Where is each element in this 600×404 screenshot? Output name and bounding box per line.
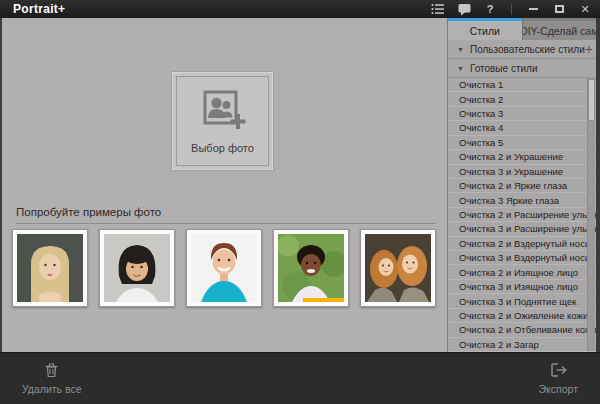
sidebar-tabs: Стили DIY-Сделай сам bbox=[448, 18, 596, 40]
style-list-item[interactable]: Очистка 2 и Оживление кожи bbox=[448, 309, 596, 323]
sample-photo-4[interactable] bbox=[273, 229, 349, 307]
sample-photo-5-image bbox=[365, 234, 431, 302]
titlebar-separator bbox=[511, 4, 512, 15]
titlebar-icons: ? ✕ bbox=[431, 2, 592, 16]
titlebar: Portrait+ ? ✕ bbox=[0, 0, 600, 18]
footer: Удалить все Экспорт bbox=[0, 352, 600, 404]
feedback-icon[interactable] bbox=[457, 2, 471, 16]
styles-list: Очистка 1Очистка 2Очистка 3Очистка 4Очис… bbox=[448, 78, 596, 352]
style-list-item[interactable]: Очистка 2 и Изящное лицо bbox=[448, 265, 596, 279]
collapse-arrow-icon: ▼ bbox=[457, 46, 464, 53]
style-list-item[interactable]: Очистка 4 bbox=[448, 121, 596, 135]
samples-title: Попробуйте примеры фото bbox=[16, 206, 161, 218]
export-icon bbox=[549, 362, 568, 380]
samples-divider bbox=[16, 223, 436, 224]
style-list-item[interactable]: Очистка 3 и Расширение улыбки bbox=[448, 222, 596, 236]
style-list-item[interactable]: Очистка 3 и Поднятие щек bbox=[448, 294, 596, 308]
trash-icon bbox=[44, 362, 59, 380]
sample-photo-1-image bbox=[17, 234, 83, 302]
style-list-item[interactable]: Очистка 3 bbox=[448, 107, 596, 121]
window-title: Portrait+ bbox=[13, 2, 65, 16]
style-list-item[interactable]: Очистка 3 и Изящное лицо bbox=[448, 280, 596, 294]
section-ready-styles[interactable]: ▼ Готовые стили bbox=[448, 59, 596, 78]
maximize-button[interactable] bbox=[552, 2, 566, 16]
tab-styles[interactable]: Стили bbox=[448, 18, 522, 40]
sample-photo-row bbox=[12, 229, 436, 307]
export-button[interactable]: Экспорт bbox=[539, 362, 578, 395]
scrollbar-thumb[interactable] bbox=[588, 79, 595, 121]
style-list-item[interactable]: Очистка 2 и Расширение улыбки bbox=[448, 208, 596, 222]
tab-diy[interactable]: DIY-Сделай сам bbox=[522, 18, 597, 40]
menu-icon[interactable] bbox=[431, 2, 445, 16]
style-list-item[interactable]: Очистка 2 и Яркие глаза bbox=[448, 179, 596, 193]
add-style-button[interactable]: + bbox=[585, 42, 600, 56]
choose-photo-button[interactable]: Выбор фото bbox=[172, 72, 273, 170]
delete-all-button[interactable]: Удалить все bbox=[22, 362, 82, 395]
section-ready-styles-label: Готовые стили bbox=[470, 63, 538, 74]
add-photo-icon bbox=[199, 88, 246, 137]
delete-all-label: Удалить все bbox=[22, 383, 82, 395]
style-list-item[interactable]: Очистка 5 bbox=[448, 136, 596, 150]
export-label: Экспорт bbox=[539, 383, 578, 395]
style-list-item[interactable]: Очистка 3 и Вздернутый носик bbox=[448, 251, 596, 265]
sample-photo-5[interactable] bbox=[360, 229, 436, 307]
section-user-styles-label: Пользовательские стили bbox=[470, 44, 585, 55]
style-list-item[interactable]: Очистка 2 bbox=[448, 92, 596, 106]
style-list-item[interactable]: Очистка 3 Яркие глаза bbox=[448, 193, 596, 207]
content-row: Выбор фото Попробуйте примеры фото bbox=[0, 18, 600, 352]
style-list-item[interactable]: Очистка 3 и Украшение bbox=[448, 165, 596, 179]
sample-photo-3-image bbox=[191, 234, 257, 302]
app-window: Portrait+ ? ✕ bbox=[0, 0, 600, 404]
style-list-item[interactable]: Очистка 1 bbox=[448, 78, 596, 92]
close-button[interactable]: ✕ bbox=[578, 2, 592, 16]
style-list-item[interactable]: Очистка 2 и Вздернутый носик bbox=[448, 237, 596, 251]
section-user-styles[interactable]: ▼ Пользовательские стили + bbox=[448, 40, 596, 59]
sample-photo-2-image bbox=[104, 234, 170, 302]
minimize-button[interactable] bbox=[526, 2, 540, 16]
style-list-item[interactable]: Очистка 2 и Отбеливание кожи bbox=[448, 323, 596, 337]
style-list-item[interactable]: Очистка 2 и Украшение bbox=[448, 150, 596, 164]
help-icon[interactable]: ? bbox=[483, 2, 497, 16]
sample-photo-2[interactable] bbox=[99, 229, 175, 307]
sample-photo-3[interactable] bbox=[186, 229, 262, 307]
sample-photo-1[interactable] bbox=[12, 229, 88, 307]
sidebar: Стили DIY-Сделай сам ▼ Пользовательские … bbox=[447, 18, 596, 352]
scrollbar[interactable] bbox=[587, 77, 595, 351]
style-list-item[interactable]: Очистка 2 и Загар bbox=[448, 338, 596, 352]
main-area: Выбор фото Попробуйте примеры фото bbox=[2, 18, 447, 352]
collapse-arrow-icon: ▼ bbox=[457, 65, 464, 72]
choose-photo-label: Выбор фото bbox=[191, 142, 254, 154]
sample-photo-4-image bbox=[278, 234, 344, 302]
